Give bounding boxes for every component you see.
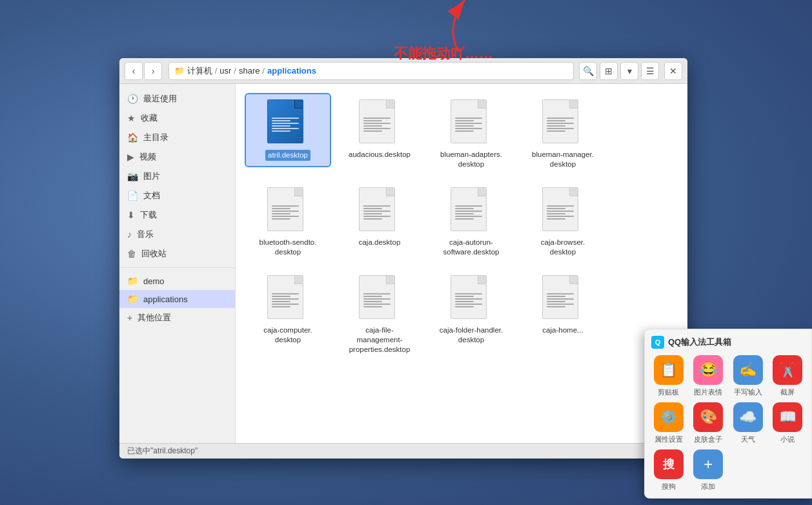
qq-toolbar: Q QQ输入法工具箱 📋 剪贴板 😂 图片表情 ✍️ 手写输入 ✂️ 截屏 ⚙️… — [644, 329, 812, 499]
file-item-audacious[interactable]: audacious.desktop — [338, 94, 421, 165]
blueman-adapters-icon — [451, 99, 492, 146]
sidebar-item-recent[interactable]: 🕐 最近使用 — [119, 89, 235, 108]
sidebar-item-applications[interactable]: 📁 applications — [119, 290, 235, 308]
file-item-caja-file-mgmt[interactable]: caja-file-management-properties.desktop — [338, 270, 421, 360]
sidebar-item-documents[interactable]: 📄 文档 — [119, 186, 235, 205]
file-item-caja-folder-handler[interactable]: caja-folder-handler.desktop — [429, 270, 513, 350]
caja-folder-handler-icon — [451, 275, 492, 322]
music-icon: ♪ — [127, 229, 132, 240]
download-icon: ⬇ — [127, 210, 135, 220]
file-item-caja-home[interactable]: caja-home... — [521, 270, 605, 340]
novel-icon: 📖 — [773, 402, 802, 432]
photo-icon: 📷 — [127, 171, 138, 181]
file-name-blueman-adapters: blueman-adapters.desktop — [440, 150, 502, 169]
sidebar-item-bookmarks[interactable]: ★ 收藏 — [119, 108, 235, 128]
home-icon: 🏠 — [127, 132, 138, 143]
menu-button[interactable]: ☰ — [641, 62, 659, 80]
qq-item-handwrite[interactable]: ✍️ 手写输入 — [731, 355, 766, 397]
sidebar-item-music[interactable]: ♪ 音乐 — [119, 225, 235, 244]
skin-label: 皮肤盒子 — [694, 435, 722, 444]
view-toggle-button[interactable]: ⊞ — [600, 62, 618, 80]
sidebar-item-downloads[interactable]: ⬇ 下载 — [119, 205, 235, 225]
breadcrumb-path2[interactable]: share — [239, 66, 260, 76]
caja-file-mgmt-icon — [359, 275, 400, 322]
sidebar-item-label: applications — [143, 294, 188, 304]
sidebar-item-label: 音乐 — [137, 229, 154, 240]
sidebar-item-demo[interactable]: 📁 demo — [119, 272, 235, 290]
emoji-icon: 😂 — [693, 355, 723, 385]
file-item-blueman-adapters[interactable]: blueman-adapters.desktop — [429, 94, 513, 174]
trash-icon: 🗑 — [127, 249, 136, 259]
toolbar-right: 🔍 ⊞ ▾ ☰ ✕ — [579, 62, 682, 80]
file-name-audacious: audacious.desktop — [349, 150, 411, 160]
qq-item-sougou[interactable]: 搜 搜狗 — [651, 449, 686, 491]
file-item-bluetooth-sendto[interactable]: bluetooth-sendto.desktop — [246, 182, 330, 262]
qq-toolbar-title: QQ输入法工具箱 — [668, 336, 731, 348]
close-button[interactable]: ✕ — [664, 62, 682, 80]
sougou-icon: 搜 — [654, 449, 684, 479]
qq-toolbar-header: Q QQ输入法工具箱 — [651, 336, 805, 349]
file-item-atril[interactable]: atril.desktop — [246, 94, 330, 166]
back-button[interactable]: ‹ — [125, 62, 143, 80]
sidebar-item-trash[interactable]: 🗑 回收站 — [119, 244, 235, 263]
qq-item-scissors[interactable]: ✂️ 截屏 — [771, 355, 806, 397]
sidebar-item-photos[interactable]: 📷 图片 — [119, 167, 235, 186]
search-button[interactable]: 🔍 — [579, 62, 597, 80]
sidebar-item-other[interactable]: + 其他位置 — [119, 308, 235, 327]
sidebar-item-videos[interactable]: ▶ 视频 — [119, 147, 235, 167]
breadcrumb: 📁 计算机 / usr / share / applications — [168, 62, 574, 80]
sidebar-item-label: 主目录 — [143, 132, 168, 143]
star-icon: ★ — [127, 113, 136, 123]
breadcrumb-root[interactable]: 计算机 — [187, 65, 212, 77]
sougou-label: 搜狗 — [662, 482, 676, 491]
scissors-label: 截屏 — [780, 387, 795, 397]
qq-item-skin[interactable]: 🎨 皮肤盒子 — [691, 402, 726, 444]
qq-item-novel[interactable]: 📖 小说 — [771, 402, 806, 444]
qq-item-settings[interactable]: ⚙️ 属性设置 — [651, 402, 686, 444]
file-item-caja[interactable]: caja.desktop — [338, 182, 421, 252]
breadcrumb-path3[interactable]: applications — [267, 66, 316, 76]
handwrite-label: 手写输入 — [734, 387, 762, 397]
clipboard-label: 剪贴板 — [658, 387, 679, 397]
novel-label: 小说 — [780, 435, 795, 444]
sidebar-item-label: demo — [143, 276, 165, 286]
qq-item-weather[interactable]: ☁️ 天气 — [731, 402, 766, 444]
file-name-caja: caja.desktop — [359, 238, 401, 247]
breadcrumb-root-icon: 📁 — [174, 66, 185, 76]
sidebar-item-home[interactable]: 🏠 主目录 — [119, 128, 235, 147]
folder-icon: 📁 — [127, 276, 138, 286]
caja-autorun-icon — [451, 187, 492, 234]
sidebar-item-label: 其他位置 — [137, 312, 171, 324]
file-name-caja-folder-handler: caja-folder-handler.desktop — [440, 325, 503, 345]
qq-item-emoji[interactable]: 😂 图片表情 — [691, 355, 726, 397]
breadcrumb-path1[interactable]: usr — [219, 66, 231, 76]
qq-toolbar-grid: 📋 剪贴板 😂 图片表情 ✍️ 手写输入 ✂️ 截屏 ⚙️ 属性设置 🎨 皮肤盒… — [651, 355, 805, 491]
settings-icon: ⚙️ — [654, 402, 684, 432]
weather-icon: ☁️ — [733, 402, 763, 432]
forward-button[interactable]: › — [144, 62, 162, 80]
recent-icon: 🕐 — [127, 94, 138, 104]
view-dropdown-button[interactable]: ▾ — [620, 62, 638, 80]
file-item-caja-computer[interactable]: caja-computer.desktop — [246, 270, 330, 350]
audacious-file-icon — [359, 99, 400, 146]
plus-label: 添加 — [701, 482, 715, 491]
caja-home-icon — [542, 275, 584, 322]
sidebar-separator — [119, 267, 235, 268]
qq-logo: Q — [651, 336, 664, 349]
file-name-caja-browser: caja-browser.desktop — [541, 238, 585, 257]
sidebar: 🕐 最近使用 ★ 收藏 🏠 主目录 ▶ 视频 📷 图片 📄 文档 — [119, 84, 236, 443]
caja-computer-icon — [267, 275, 309, 322]
sidebar-item-label: 回收站 — [141, 248, 167, 260]
qq-item-clipboard[interactable]: 📋 剪贴板 — [651, 355, 686, 397]
file-item-caja-browser[interactable]: caja-browser.desktop — [521, 182, 605, 262]
sidebar-item-label: 收藏 — [141, 112, 157, 124]
files-area: atril.desktop audacious.desktop — [236, 84, 687, 443]
sidebar-item-label: 视频 — [139, 151, 156, 163]
file-name-bluetooth-sendto: bluetooth-sendto.desktop — [259, 238, 317, 257]
file-item-blueman-manager[interactable]: blueman-manager.desktop — [521, 94, 605, 174]
qq-item-plus[interactable]: + 添加 — [691, 449, 726, 491]
video-icon: ▶ — [127, 152, 134, 162]
file-item-caja-autorun[interactable]: caja-autorun-software.desktop — [429, 182, 513, 262]
file-manager-window: ‹ › 📁 计算机 / usr / share / applications 🔍… — [119, 58, 687, 459]
sidebar-item-label: 下载 — [140, 209, 157, 221]
